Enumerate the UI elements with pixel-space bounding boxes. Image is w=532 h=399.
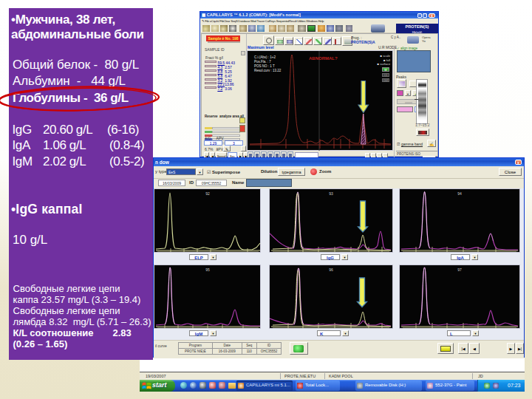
svg-text:96: 96: [329, 267, 333, 272]
svg-text:C.i.(Abs) : 1+2: C.i.(Abs) : 1+2: [254, 55, 276, 59]
svg-text:97: 97: [457, 267, 462, 272]
svg-text:Pos.Fla. : 7: Pos.Fla. : 7: [254, 60, 271, 64]
svg-text:ABNORMAL?: ABNORMAL?: [309, 56, 338, 61]
svg-text:94: 94: [457, 191, 462, 196]
svg-text:92: 92: [205, 191, 210, 196]
svg-text:POS NO : 1 T: POS NO : 1 T: [254, 64, 275, 68]
svg-text:Resol.curv : 13.22: Resol.curv : 13.22: [254, 69, 282, 72]
svg-text:95: 95: [205, 267, 210, 272]
svg-text:93: 93: [329, 191, 333, 196]
